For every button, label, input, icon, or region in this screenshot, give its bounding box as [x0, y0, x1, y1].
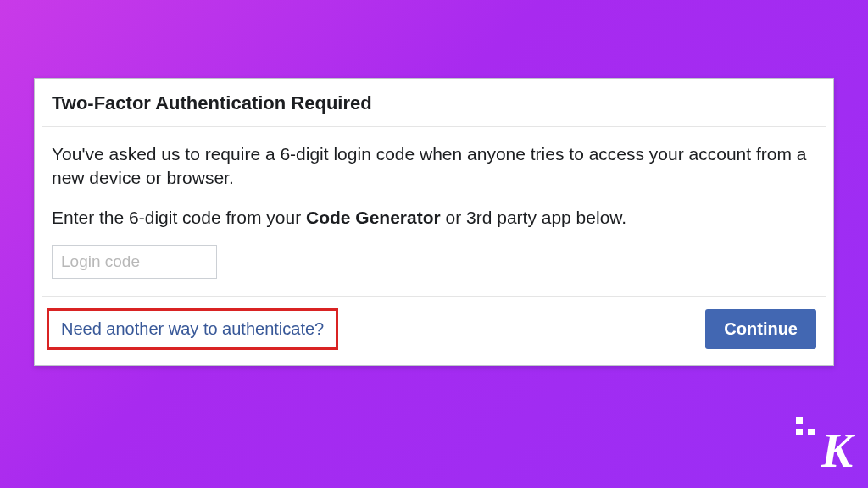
alt-auth-link[interactable]: Need another way to authenticate?	[61, 319, 324, 338]
body-line-2-prefix: Enter the 6-digit code from your	[52, 208, 306, 227]
dialog-header: Two-Factor Authentication Required	[35, 79, 833, 126]
body-line-2-suffix: or 3rd party app below.	[441, 208, 626, 227]
watermark-dots-icon	[796, 417, 815, 435]
watermark-letter: K	[821, 424, 853, 477]
dialog-body: You've asked us to require a 6-digit log…	[35, 127, 833, 296]
two-factor-dialog: Two-Factor Authentication Required You'v…	[34, 78, 834, 366]
body-line-1: You've asked us to require a 6-digit log…	[52, 142, 816, 191]
alt-auth-highlight: Need another way to authenticate?	[47, 308, 338, 350]
body-line-2: Enter the 6-digit code from your Code Ge…	[52, 206, 816, 230]
dialog-footer: Need another way to authenticate? Contin…	[35, 297, 833, 365]
dialog-title: Two-Factor Authentication Required	[52, 92, 816, 114]
login-code-input[interactable]	[52, 245, 217, 279]
watermark-logo: K	[821, 424, 853, 478]
continue-button[interactable]: Continue	[705, 309, 816, 349]
code-generator-label: Code Generator	[306, 208, 441, 227]
